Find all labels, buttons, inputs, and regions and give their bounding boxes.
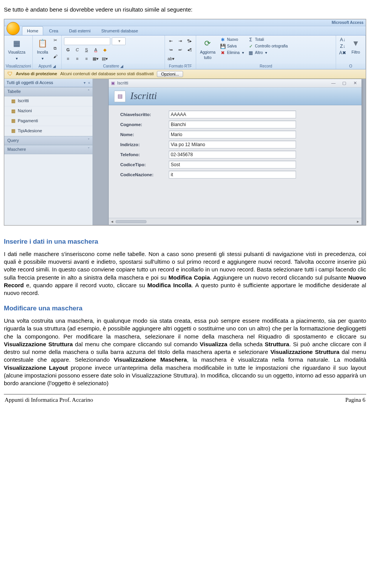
nav-item-iscritti[interactable]: ▦Iscritti (4, 96, 92, 106)
scroll-right-icon[interactable]: ▸ (355, 218, 362, 225)
chiaveiscritto-field[interactable] (169, 111, 296, 118)
tab-dati-esterni[interactable]: Dati esterni (64, 26, 96, 35)
aggiorna-tutto-button[interactable]: ⟳ Aggiorna tutto (198, 37, 217, 61)
font-color-button[interactable]: A (92, 46, 99, 54)
field-label: Cognome: (120, 121, 166, 128)
aggiorna-tutto-label: Aggiorna tutto (200, 50, 215, 61)
ortografia-button[interactable]: ✓ Controllo ortografia (247, 43, 289, 49)
cut-icon[interactable]: ✂ (51, 37, 59, 44)
nav-group-maschere[interactable]: Maschere ˇ (4, 145, 92, 154)
filtro-button[interactable]: ▼ Filtro (348, 37, 363, 56)
scroll-thumb[interactable] (116, 220, 146, 223)
format-painter-icon[interactable]: 🖌 (51, 53, 59, 61)
totali-button[interactable]: Σ Totali (247, 37, 289, 43)
bold-button[interactable]: G (64, 46, 72, 54)
navigation-pane[interactable]: Tutti gli oggetti di Access ▾ « Tabelle … (4, 79, 93, 225)
office-orb[interactable] (7, 22, 20, 35)
form-header-icon: ▤ (114, 91, 126, 102)
nav-pane-title[interactable]: Tutti gli oggetti di Access ▾ « (4, 79, 92, 87)
nuovo-button[interactable]: ✱ Nuovo (219, 37, 245, 43)
rtl-button[interactable]: ◂¶ (186, 46, 193, 54)
gridlines-button[interactable]: ▦▾ (92, 55, 99, 63)
fill-color-button[interactable]: ◆ (101, 46, 109, 54)
font-combo[interactable] (64, 37, 110, 45)
totali-label: Totali (255, 37, 264, 42)
sort-desc-button[interactable]: Z↓ (338, 43, 347, 49)
table-icon: ▦ (11, 108, 15, 115)
branding: Microsoft Access (332, 20, 363, 25)
tab-crea[interactable]: Crea (44, 26, 63, 35)
close-button[interactable]: ✕ (351, 80, 359, 86)
highlight-button[interactable]: ab▾ (167, 55, 175, 63)
nav-item-nazioni[interactable]: ▦Nazioni (4, 106, 92, 116)
alt-row-button[interactable]: ▤▾ (101, 55, 109, 63)
align-left-button[interactable]: ≡ (64, 55, 72, 63)
tab-strumenti-database[interactable]: Strumenti database (96, 26, 143, 35)
intro-text: Se tutto è andato bene si dovrebbe veder… (4, 5, 366, 13)
altro-button[interactable]: ▦ Altro ▾ (247, 50, 289, 56)
footer-right: Pagina 6 (345, 396, 365, 404)
group-sort: A↓ Z↓ A✖ ▼ Filtro O (336, 35, 366, 69)
elimina-label: Elimina (227, 50, 240, 56)
underline-button[interactable]: S (82, 46, 90, 54)
bullets-button[interactable]: ≔ (167, 46, 175, 54)
align-right-button[interactable]: ≡ (82, 55, 90, 63)
group-record: ⟳ Aggiorna tutto ✱ Nuovo 💾 Salva (196, 35, 336, 69)
field-label: CodiceNazione: (120, 172, 166, 178)
nav-group-query[interactable]: Query ˇ (4, 136, 92, 145)
footer-left: Appunti di Informatica Prof. Accarino (5, 396, 93, 404)
form-window: ▣ Iscritti — ▢ ✕ ▤ Iscritti ChiaveIscrit… (108, 79, 362, 225)
form-row-codicenazione: CodiceNazione: (120, 171, 356, 179)
group-carattere: ▾ G C S A ◆ ≡ ≡ ≡ ▦▾ ▤▾ (62, 35, 165, 69)
sort-asc-icon: A↓ (340, 37, 346, 43)
security-warning-bar: 🛡 Avviso di protezione Alcuni contenuti … (4, 69, 366, 79)
form-row-codicetipo: CodiceTipo: (120, 161, 356, 168)
form-title: Iscritti (130, 89, 157, 103)
codicenazione-field[interactable] (169, 171, 296, 179)
minimize-button[interactable]: — (329, 80, 338, 86)
nav-item-pagamenti[interactable]: ▦Pagamenti (4, 116, 92, 126)
tab-home[interactable]: Home (22, 26, 43, 35)
sort-desc-icon: Z↓ (340, 43, 346, 49)
elimina-button[interactable]: ✖ Elimina ▾ (219, 50, 245, 56)
codicetipo-field[interactable] (169, 161, 296, 168)
field-label: Nome: (120, 131, 166, 138)
increase-indent-button[interactable]: ⇥ (177, 37, 184, 45)
altro-label: Altro (255, 50, 263, 56)
sort-asc-button[interactable]: A↓ (338, 37, 347, 43)
field-label: CodiceTipo: (120, 162, 166, 168)
collapse-icon[interactable]: « (88, 81, 90, 85)
save-icon: 💾 (220, 43, 226, 49)
clear-sort-button[interactable]: A✖ (338, 50, 347, 56)
nome-field[interactable] (169, 131, 296, 138)
restore-button[interactable]: ▢ (340, 80, 348, 86)
incolla-button[interactable]: 📋 Incolla ▾ (35, 37, 50, 62)
copy-icon[interactable]: ⧉ (51, 45, 59, 52)
group-label-empty: O (336, 64, 365, 69)
form-row-telefono: Telefono: (120, 151, 356, 158)
clear-sort-icon: A✖ (340, 50, 346, 56)
font-size-combo[interactable]: ▾ (112, 37, 126, 45)
telefono-field[interactable] (169, 151, 296, 158)
security-options-button[interactable]: Opzioni... (157, 71, 183, 77)
nav-item-tipiadesione[interactable]: ▦TipiAdesione (4, 126, 92, 136)
decrease-indent-button[interactable]: ⇤ (167, 37, 175, 45)
nav-group-tabelle[interactable]: Tabelle ˆ (4, 87, 92, 96)
indirizzo-field[interactable] (169, 141, 296, 148)
heading-modificare-maschera: Modificare una maschera (4, 304, 366, 313)
access-screenshot: Microsoft Access Home Crea Dati esterni … (4, 19, 366, 226)
salva-button[interactable]: 💾 Salva (219, 43, 245, 49)
chevron-down-icon: ˇ (88, 147, 89, 152)
visualizza-button[interactable]: ▦ Visualizza ▾ (7, 37, 27, 62)
numbering-button[interactable]: ≕ (177, 46, 184, 54)
scroll-left-icon[interactable]: ◂ (109, 218, 116, 225)
ltr-button[interactable]: ¶▸ (186, 37, 193, 45)
italic-button[interactable]: C (73, 46, 81, 54)
form-row-cognome: Cognome: (120, 121, 356, 128)
group-label-carattere: Carattere ◢ (62, 64, 165, 69)
align-center-button[interactable]: ≡ (73, 55, 81, 63)
chevron-down-icon: ▾ (84, 81, 86, 85)
horizontal-scrollbar[interactable]: ◂ ▸ (109, 218, 362, 225)
cognome-field[interactable] (169, 121, 296, 128)
group-visualizzazioni: ▦ Visualizza ▾ Visualizzazioni (4, 35, 33, 69)
